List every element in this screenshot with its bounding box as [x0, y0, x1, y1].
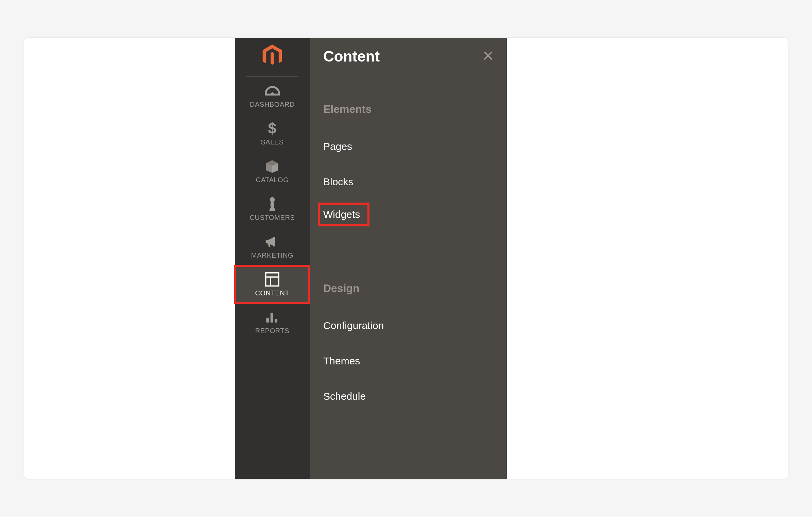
- flyout-item-configuration[interactable]: Configuration: [323, 313, 384, 338]
- svg-text:$: $: [268, 121, 276, 136]
- admin-ui: DASHBOARD $ SALES: [24, 38, 788, 479]
- flyout-item-blocks[interactable]: Blocks: [323, 169, 353, 194]
- flyout-section-design: Design: [323, 282, 493, 295]
- brand-logo[interactable]: [246, 38, 298, 77]
- sidebar-item-label: CONTENT: [255, 289, 290, 297]
- sidebar-item-label: SALES: [261, 138, 283, 146]
- svg-rect-10: [271, 313, 273, 323]
- flyout-item-themes[interactable]: Themes: [323, 348, 360, 374]
- sidebar-item-sales[interactable]: $ SALES: [235, 115, 310, 152]
- svg-point-0: [271, 92, 274, 95]
- left-blank-region: [24, 38, 235, 479]
- sidebar-item-dashboard[interactable]: DASHBOARD: [235, 77, 310, 115]
- svg-rect-6: [266, 273, 279, 286]
- screenshot-card: DASHBOARD $ SALES: [24, 37, 788, 479]
- flyout-title: Content: [323, 48, 380, 65]
- flyout-header: Content: [323, 48, 493, 65]
- flyout-section-elements: Elements: [323, 103, 493, 116]
- sidebar-item-label: MARKETING: [251, 252, 293, 259]
- main-sidebar: DASHBOARD $ SALES: [235, 38, 310, 479]
- sidebar-item-label: DASHBOARD: [250, 101, 295, 108]
- close-icon[interactable]: [483, 51, 493, 62]
- magento-logo-icon: [262, 45, 282, 68]
- sidebar-item-label: CATALOG: [256, 176, 289, 184]
- right-blank-region: [507, 38, 788, 479]
- content-flyout-panel: Content Elements Pages Blocks Widgets De…: [310, 38, 507, 479]
- svg-rect-3: [271, 202, 274, 208]
- dollar-icon: $: [268, 121, 277, 136]
- gauge-icon: [265, 84, 280, 98]
- sidebar-item-marketing[interactable]: MARKETING: [235, 228, 310, 265]
- sidebar-item-reports[interactable]: REPORTS: [235, 303, 310, 341]
- svg-point-2: [270, 197, 275, 202]
- flyout-item-pages[interactable]: Pages: [323, 134, 352, 159]
- sidebar-item-catalog[interactable]: CATALOG: [235, 152, 310, 190]
- svg-rect-5: [273, 237, 275, 246]
- svg-rect-11: [275, 319, 277, 323]
- bars-icon: [265, 310, 279, 324]
- flyout-item-widgets[interactable]: Widgets: [320, 205, 367, 224]
- flyout-section-elements-items: Pages Blocks Widgets: [323, 134, 493, 224]
- megaphone-icon: [265, 235, 279, 249]
- svg-rect-9: [266, 318, 269, 323]
- sidebar-item-label: REPORTS: [255, 327, 290, 335]
- flyout-item-schedule[interactable]: Schedule: [323, 384, 366, 409]
- page-wrap: DASHBOARD $ SALES: [0, 0, 812, 517]
- sidebar-item-content[interactable]: CONTENT: [235, 265, 310, 303]
- flyout-section-design-items: Configuration Themes Schedule: [323, 313, 493, 409]
- layout-icon: [265, 272, 279, 287]
- box-icon: [265, 159, 279, 173]
- sidebar-item-customers[interactable]: CUSTOMERS: [235, 190, 310, 228]
- svg-rect-4: [266, 240, 268, 244]
- sidebar-item-label: CUSTOMERS: [250, 214, 295, 222]
- person-icon: [267, 197, 277, 211]
